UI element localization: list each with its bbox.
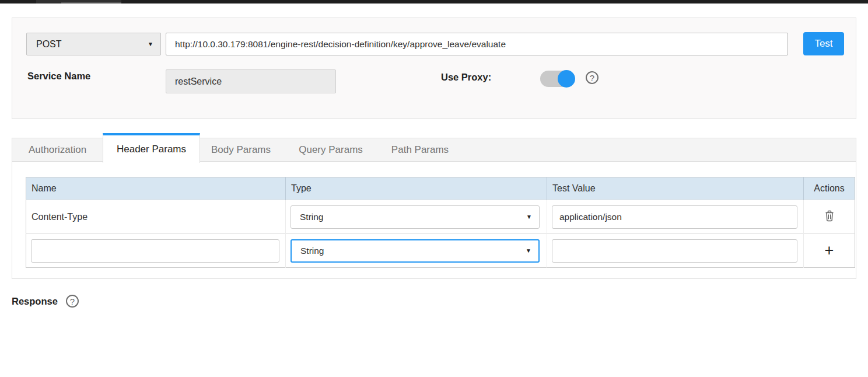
- tab-bar: Authorization Header Params Body Params …: [12, 138, 856, 162]
- use-proxy-label: Use Proxy:: [441, 72, 491, 83]
- tab-authorization[interactable]: Authorization: [12, 138, 103, 162]
- column-header-type: Type: [286, 177, 547, 200]
- tab-path-params[interactable]: Path Params: [383, 138, 457, 162]
- params-table: Name Type Test Value Actions Content-Typ…: [26, 177, 855, 268]
- table-row: String ▼ +: [26, 234, 855, 268]
- method-select[interactable]: POST ▼: [26, 33, 161, 55]
- column-header-actions: Actions: [804, 177, 855, 200]
- chevron-down-icon: ▼: [526, 248, 531, 254]
- trash-icon: [824, 215, 835, 224]
- service-name-label: Service Name: [27, 71, 90, 82]
- response-section: Response ?: [12, 295, 79, 308]
- param-test-value-input[interactable]: [552, 205, 797, 229]
- response-help-icon[interactable]: ?: [66, 295, 79, 308]
- toggle-knob: [558, 70, 575, 88]
- new-param-test-value-input[interactable]: [552, 239, 797, 263]
- tab-header-params[interactable]: Header Params: [103, 133, 200, 163]
- table-header-row: Name Type Test Value Actions: [26, 177, 855, 200]
- url-input[interactable]: [166, 33, 788, 55]
- chevron-down-icon: ▼: [148, 41, 153, 47]
- column-header-test-value: Test Value: [547, 177, 804, 200]
- header-params-panel: Name Type Test Value Actions Content-Typ…: [12, 162, 856, 279]
- new-param-name-input[interactable]: [31, 239, 279, 263]
- response-label: Response: [12, 296, 58, 307]
- method-select-value: POST: [36, 39, 148, 50]
- top-bar-segment-line: [61, 2, 121, 4]
- delete-param-button[interactable]: [820, 208, 839, 225]
- tab-query-params[interactable]: Query Params: [291, 138, 370, 162]
- proxy-help-icon[interactable]: ?: [586, 71, 598, 84]
- new-param-type-value: String: [300, 246, 526, 256]
- table-row: Content-Type String ▼: [26, 200, 855, 234]
- service-name-input[interactable]: [166, 69, 336, 93]
- top-bar: [0, 0, 868, 4]
- param-type-select[interactable]: String ▼: [290, 205, 540, 229]
- column-header-name: Name: [26, 177, 286, 200]
- plus-icon: +: [825, 242, 834, 259]
- request-panel: POST ▼ Test Service Name Use Proxy: ?: [12, 18, 856, 119]
- test-button[interactable]: Test: [803, 32, 844, 55]
- tab-body-params[interactable]: Body Params: [204, 138, 278, 162]
- add-param-button[interactable]: +: [821, 242, 838, 260]
- param-type-value: String: [300, 212, 526, 222]
- chevron-down-icon: ▼: [526, 214, 532, 220]
- new-param-type-select[interactable]: String ▼: [290, 239, 540, 263]
- use-proxy-toggle[interactable]: [540, 71, 574, 87]
- param-name-text: Content-Type: [26, 212, 285, 222]
